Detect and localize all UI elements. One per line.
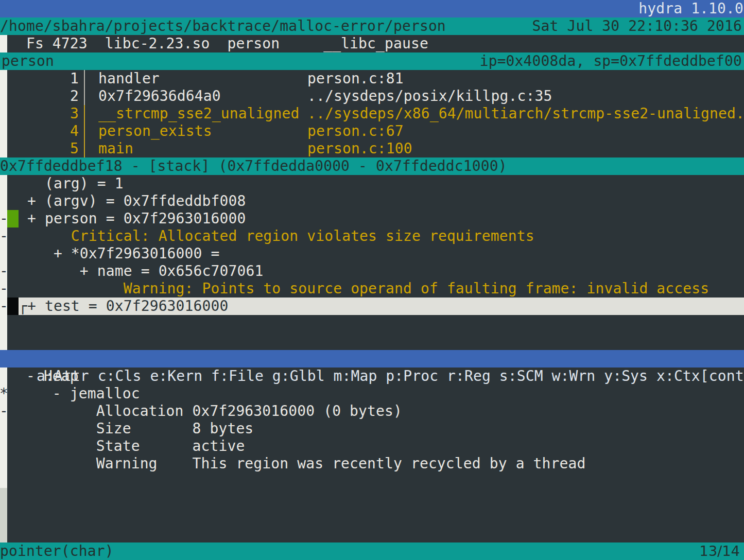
variable-row-person[interactable]: - + person = 0x7f2963016000 [0, 210, 744, 227]
frame-number: 2 [0, 87, 79, 105]
variable-row[interactable]: - + name = 0x656c707061 [0, 262, 744, 280]
backtrace-frame[interactable]: 1 handler person.c:81 [0, 70, 744, 87]
backtrace-frame[interactable]: 3 __strcmp_sse2_unaligned ../sysdeps/x86… [0, 105, 744, 122]
process-row[interactable]: * Fs 4723 libc-2.23.so person __libc_pau… [0, 35, 744, 52]
heap-size-row: Size 8 bytes [0, 420, 744, 437]
backtrace-frame-current[interactable]: * 5 main person.c:100 [0, 140, 744, 157]
backtrace-frame[interactable]: 2 0x7f29636d64a0 ../sysdeps/posix/killpg… [0, 87, 744, 105]
variable-critical-message: Critical: Allocated region violates size… [0, 227, 744, 245]
frame-number: 3 [0, 105, 79, 122]
frame-function: main [98, 140, 133, 157]
app-version: hydra 1.10.0 [638, 0, 743, 18]
stack-region-info: 0x7ffdeddbef18 - [stack] (0x7ffdedda0000… [0, 157, 507, 175]
working-directory: /home/sbahra/projects/backtrace/malloc-e… [0, 18, 446, 35]
frame-function: person_exists [98, 122, 212, 140]
variable-text: (arg) = 1 [19, 175, 124, 192]
heap-text: - Heap [0, 367, 79, 385]
frame-location: ../sysdeps/posix/killpg.c:35 [307, 87, 552, 105]
cursor-block-green [7, 210, 19, 227]
warning-text: Warning: Points to source operand of fau… [19, 280, 709, 297]
variable-row[interactable]: (arg) = 1 [0, 175, 744, 192]
variable-row[interactable]: - + (argv) = 0x7ffdeddbf008 [0, 192, 744, 210]
frame-function: __strcmp_sse2_unaligned [98, 105, 299, 122]
variable-warning-message: Warning: Points to source operand of fau… [0, 280, 744, 297]
frame-location: person.c:81 [307, 70, 404, 87]
frame-location: ../sysdeps/x86_64/multiarch/strcmp-sse2-… [307, 105, 744, 122]
frame-number-separator [84, 70, 85, 105]
frame-number-separator [84, 105, 85, 157]
frame-number: 5 [0, 140, 79, 157]
heap-state-row: State active [0, 437, 744, 455]
clock: Sat Jul 30 22:10:36 2016 [532, 18, 742, 35]
variable-row-selected[interactable]: ┌+ test = 0x7f2963016000 [7, 297, 744, 315]
gutter-marker-expand[interactable]: - [0, 297, 9, 315]
heap-root-row[interactable]: * - Heap [0, 367, 744, 385]
heap-text: State active [0, 437, 245, 455]
frame-registers: ip=0x4008da, sp=0x7ffdeddbef00 [480, 52, 742, 70]
frame-panel-title: person [0, 52, 54, 70]
hydra-terminal: ?:Helpq:Quit1:Threads2:Backtrace3:Variab… [0, 0, 744, 560]
frame-panel-header: person ip=0x4008da, sp=0x7ffdeddbef00 [0, 52, 744, 70]
frame-function: handler [98, 70, 160, 87]
frame-number: 4 [0, 122, 79, 140]
heap-text: Allocation 0x7f2963016000 (0 bytes) [0, 402, 402, 420]
variable-text: + name = 0x656c707061 [19, 262, 263, 280]
aux-keys-bar: a:Attrc:Clse:Kernf:Fileg:Glblm:Mapp:Proc… [0, 350, 744, 367]
frame-location: person.c:100 [307, 140, 412, 157]
heap-allocation-row: Allocation 0x7f2963016000 (0 bytes) [0, 402, 744, 420]
path-bar: /home/sbahra/projects/backtrace/malloc-e… [0, 18, 744, 35]
heap-text: Size 8 bytes [0, 420, 253, 437]
stack-region-bar: 0x7ffdeddbef18 - [stack] (0x7ffdedda0000… [0, 157, 744, 175]
backtrace-frame[interactable]: 4 person_exists person.c:67 [0, 122, 744, 140]
frame-function: 0x7f29636d64a0 [98, 87, 221, 105]
frame-location: person.c:67 [307, 122, 404, 140]
variable-row[interactable]: - + *0x7f2963016000 = [0, 245, 744, 262]
selected-type: pointer(char) [0, 542, 114, 560]
critical-text: Critical: Allocated region violates size… [19, 227, 534, 245]
heap-text: Warning This region was recently recycle… [0, 455, 586, 472]
variable-text: + person = 0x7f2963016000 [19, 210, 246, 227]
variable-text: + *0x7f2963016000 = [19, 245, 219, 262]
heap-text: - jemalloc [0, 385, 140, 402]
heap-allocator-row[interactable]: - - jemalloc [0, 385, 744, 402]
process-info: Fs 4723 libc-2.23.so person __libc_pause [0, 35, 428, 52]
selection-position: 13/14 [700, 542, 740, 560]
cursor-block-black [7, 297, 19, 315]
variable-text: ┌+ test = 0x7f2963016000 [19, 297, 228, 315]
status-bar: pointer(char) 13/14 [0, 542, 744, 560]
top-menu-bar: ?:Helpq:Quit1:Threads2:Backtrace3:Variab… [0, 0, 744, 18]
frame-number: 1 [0, 70, 79, 87]
heap-warning-row: Warning This region was recently recycle… [0, 455, 744, 472]
variable-text: + (argv) = 0x7ffdeddbf008 [19, 192, 246, 210]
